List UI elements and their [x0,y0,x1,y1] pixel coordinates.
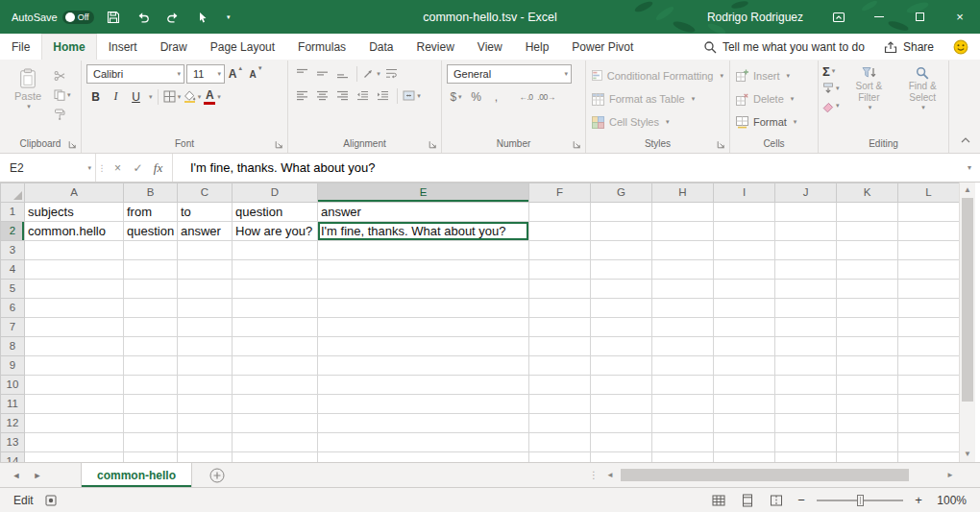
horizontal-scroll-track[interactable] [619,469,942,481]
number-format-select[interactable]: General ▾ [447,64,572,84]
close-button[interactable]: × [940,0,980,34]
cell-D7[interactable] [233,318,318,337]
user-name[interactable]: Rodrigo Rodriguez [707,11,803,24]
cell-C10[interactable] [178,376,233,395]
cell-H7[interactable] [652,318,714,337]
cell-B8[interactable] [124,337,178,356]
scroll-down-button[interactable]: ▼ [960,447,975,462]
page-layout-view-button[interactable] [736,491,759,510]
bottom-align-button[interactable] [333,64,352,83]
row-header-1[interactable]: 1 [1,203,25,222]
insert-function-button[interactable]: fx [148,154,168,182]
cell-G8[interactable] [591,337,652,356]
cell-L1[interactable] [898,203,960,222]
row-header-11[interactable]: 11 [1,395,25,414]
delete-cells-button[interactable]: Delete ▾ [736,89,812,110]
cell-J10[interactable] [775,376,837,395]
autosave-switch[interactable]: Off [62,11,94,24]
orientation-button[interactable]: ▾ [362,64,380,83]
cell-G5[interactable] [591,280,652,299]
cell-C14[interactable] [178,452,233,463]
cell-I3[interactable] [714,241,775,260]
font-family-select[interactable]: Calibri ▾ [86,64,184,84]
top-align-button[interactable] [293,64,311,83]
cell-F10[interactable] [529,376,591,395]
row-header-7[interactable]: 7 [1,318,25,337]
row-header-4[interactable]: 4 [1,260,25,280]
cell-C9[interactable] [178,356,233,376]
cell-D14[interactable] [233,452,318,463]
cell-B6[interactable] [124,299,178,318]
cell-C7[interactable] [178,318,233,337]
cell-I9[interactable] [714,356,775,376]
cell-J6[interactable] [775,299,837,318]
cell-H5[interactable] [652,280,714,299]
cell-A5[interactable] [25,280,124,299]
cell-D12[interactable] [233,414,318,433]
cell-D4[interactable] [233,260,318,280]
cell-G9[interactable] [591,356,652,376]
share-button[interactable]: Share [884,40,934,54]
minimize-button[interactable] [859,0,899,34]
increase-font-size-button[interactable]: A▲ [227,65,245,84]
cell-H3[interactable] [652,241,714,260]
zoom-out-button[interactable]: − [794,493,809,507]
clear-button[interactable]: ▾ [822,98,840,113]
cell-E11[interactable] [318,395,529,414]
cell-J14[interactable] [775,452,837,463]
row-header-13[interactable]: 13 [1,433,25,452]
cell-K11[interactable] [837,395,898,414]
cell-A3[interactable] [25,241,124,260]
cell-K4[interactable] [837,260,898,280]
font-color-button[interactable]: A ▾ [204,87,222,106]
cell-A14[interactable] [25,452,124,463]
styles-dialog-launcher[interactable] [717,140,726,150]
cell-E14[interactable] [318,452,529,463]
cell-E9[interactable] [318,356,529,376]
cell-I2[interactable] [714,222,775,241]
cell-H11[interactable] [652,395,714,414]
cell-J3[interactable] [775,241,837,260]
cell-L8[interactable] [898,337,960,356]
copy-button[interactable]: ▾ [54,87,71,103]
borders-button[interactable]: ▾ [163,87,182,106]
cell-L9[interactable] [898,356,960,376]
tab-scrollbar-splitter[interactable]: ⋮ [586,470,601,480]
cell-D13[interactable] [233,433,318,452]
cell-B5[interactable] [124,280,178,299]
cell-I4[interactable] [714,260,775,280]
format-painter-button[interactable] [54,107,71,122]
cell-E4[interactable] [318,260,529,280]
column-header-K[interactable]: K [837,183,898,203]
column-header-C[interactable]: C [178,183,233,203]
cell-G14[interactable] [591,452,652,463]
previous-sheet-button[interactable]: ◄ [6,471,27,480]
row-header-2[interactable]: 2 [1,222,25,241]
tab-page-layout[interactable]: Page Layout [199,34,286,60]
row-header-10[interactable]: 10 [1,376,25,395]
autosum-button[interactable]: Σ▾ [822,63,840,79]
cell-G6[interactable] [591,299,652,318]
cell-B3[interactable] [124,241,178,260]
align-left-button[interactable] [293,86,311,105]
bold-button[interactable]: B [86,87,105,106]
font-dialog-launcher[interactable] [275,140,284,150]
cell-K3[interactable] [837,241,898,260]
cell-K14[interactable] [837,452,898,463]
cell-L7[interactable] [898,318,960,337]
cell-K12[interactable] [837,414,898,433]
cell-J5[interactable] [775,280,837,299]
decrease-font-size-button[interactable]: A▼ [247,65,265,84]
cell-K6[interactable] [837,299,898,318]
underline-button[interactable]: U [127,87,145,106]
cell-B14[interactable] [124,452,178,463]
maximize-button[interactable] [899,0,940,34]
fill-color-button[interactable]: ▾ [184,87,202,106]
font-size-select[interactable]: 11 ▾ [186,64,225,84]
column-header-I[interactable]: I [714,183,775,203]
tab-insert[interactable]: Insert [97,34,149,60]
tab-home[interactable]: Home [41,34,96,60]
cell-C3[interactable] [178,241,233,260]
cell-H8[interactable] [652,337,714,356]
cell-E13[interactable] [318,433,529,452]
